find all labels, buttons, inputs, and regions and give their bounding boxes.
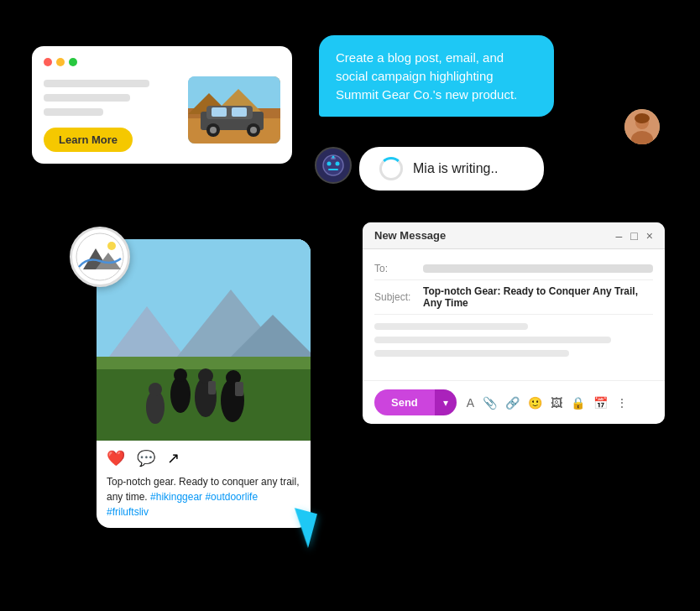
email-subject-row: Subject: Top-notch Gear: Ready to Conque… [374, 280, 653, 315]
send-button[interactable]: Send [374, 389, 435, 415]
browser-image [188, 76, 280, 144]
text-line-2 [44, 94, 130, 102]
svg-point-40 [149, 383, 162, 396]
typing-ring [379, 157, 403, 180]
emoji-icon[interactable]: 🙂 [528, 396, 542, 410]
svg-point-6 [336, 162, 340, 166]
font-icon[interactable]: A [467, 396, 474, 410]
comment-icon[interactable]: 💬 [137, 449, 155, 467]
svg-rect-7 [328, 169, 338, 170]
share-icon[interactable]: ↗ [167, 449, 180, 467]
svg-point-20 [210, 127, 217, 133]
dot-green [69, 58, 77, 66]
attach-icon[interactable]: 📎 [483, 396, 497, 410]
text-line-3 [44, 108, 103, 116]
email-window-title: New Message [374, 229, 446, 242]
more-icon[interactable]: ⋮ [616, 396, 628, 410]
svg-point-9 [332, 156, 335, 159]
bot-avatar [315, 147, 352, 184]
svg-point-26 [107, 242, 116, 250]
email-subject-label: Subject: [374, 291, 416, 303]
svg-point-22 [250, 127, 257, 133]
social-footer: ❤️ 💬 ↗ Top-notch gear. Ready to conquer … [97, 441, 311, 528]
email-toolbar-icons: A 📎 🔗 🙂 🖼 🔒 📅 ⋮ [467, 396, 628, 410]
email-to-row: To: [374, 258, 653, 280]
email-to-label: To: [374, 263, 416, 274]
close-button[interactable]: × [646, 230, 653, 242]
email-content-line-2 [374, 337, 611, 343]
learn-more-button[interactable]: Learn More [44, 128, 133, 152]
chat-bubble-text: Create a blog post, email, and social ca… [336, 50, 517, 102]
svg-rect-17 [212, 107, 227, 117]
social-actions: ❤️ 💬 ↗ [107, 449, 300, 467]
email-toolbar: Send ▾ A 📎 🔗 🙂 🖼 🔒 📅 ⋮ [363, 380, 665, 424]
typing-bubble: Mia is writing.. [359, 147, 544, 191]
email-subject-text: Top-notch Gear: Ready to Conquer Any Tra… [423, 285, 653, 309]
lock-icon[interactable]: 🔒 [571, 396, 585, 410]
text-line-1 [44, 80, 149, 87]
email-titlebar: New Message – □ × [363, 222, 665, 249]
image-icon[interactable]: 🖼 [551, 396, 562, 410]
email-window: New Message – □ × To: Subject: Top-notch… [363, 222, 665, 424]
typing-text: Mia is writing.. [413, 161, 498, 176]
maximize-button[interactable]: □ [630, 230, 637, 242]
svg-point-5 [327, 162, 332, 166]
browser-text-area: Learn More [44, 76, 176, 152]
dot-yellow [56, 58, 65, 66]
chat-bubble: Create a blog post, email, and social ca… [319, 35, 554, 117]
email-window-controls: – □ × [616, 230, 653, 242]
svg-point-3 [635, 113, 650, 123]
browser-card: Learn More [32, 46, 292, 164]
browser-content: Learn More [44, 76, 280, 152]
email-to-field[interactable] [423, 264, 653, 273]
email-content-line-1 [374, 323, 528, 330]
dot-red [44, 58, 52, 66]
social-caption: Top-notch gear. Ready to conquer any tra… [107, 474, 300, 520]
svg-rect-41 [208, 381, 216, 394]
calendar-icon[interactable]: 📅 [593, 396, 608, 410]
email-content [374, 315, 653, 372]
svg-point-34 [174, 368, 187, 382]
email-body: To: Subject: Top-notch Gear: Ready to Co… [363, 249, 665, 380]
minimize-button[interactable]: – [616, 230, 623, 242]
heart-icon[interactable]: ❤️ [107, 449, 125, 467]
logo-circle [70, 227, 130, 287]
send-dropdown-button[interactable]: ▾ [435, 389, 457, 415]
social-image [97, 239, 311, 441]
user-avatar [624, 109, 660, 144]
link-icon[interactable]: 🔗 [505, 396, 520, 410]
email-content-line-3 [374, 350, 569, 357]
social-card: ❤️ 💬 ↗ Top-notch gear. Ready to conquer … [97, 239, 311, 528]
send-button-group: Send ▾ [374, 389, 457, 415]
svg-rect-42 [235, 382, 243, 396]
browser-dots [44, 58, 280, 66]
svg-rect-18 [232, 107, 247, 117]
